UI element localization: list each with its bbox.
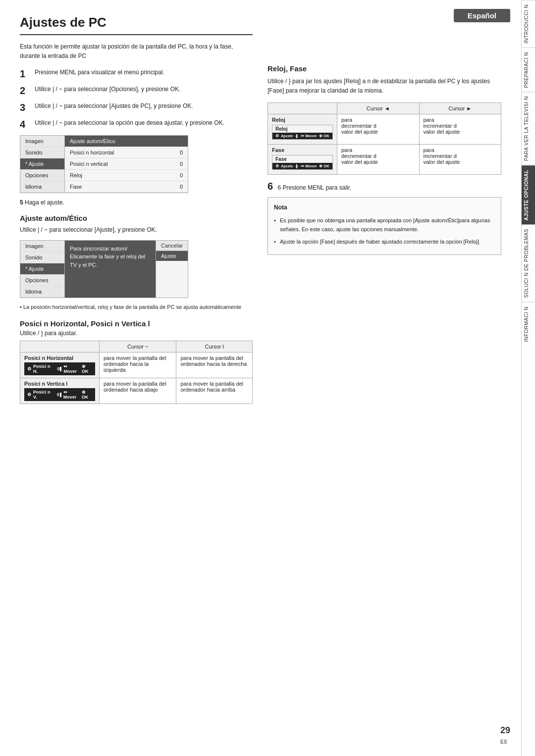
reloj-ok: ⊕ OK [319,134,329,138]
intro-text: Esta función le permite ajustar la posic… [20,42,253,61]
page-number: 29 ES [500,725,510,746]
step-4: 4 Utilice | / ~ para seleccionar la opci… [20,118,253,130]
reloj-mover: ⇔ Mover [301,134,317,138]
auto-menu-cancelar: Cancelar [156,241,188,251]
step-6-num: 6 [268,181,273,192]
tab-para-ver[interactable]: PARA VER LA TELEVISI N [522,92,535,165]
rf-cursor-right-header: Cursor ► [419,103,501,114]
menu-item-sonido: Sonido [20,147,64,158]
menu-item-idioma: Idioma [20,181,64,193]
nota-list: Es posible que no obtenga una pantalla a… [274,216,495,247]
fase-slider-box: Fase ⚙ Ajuste ⇔ Mover ⊕ OK [272,155,333,170]
auto-menu-ajuste: * Ajuste [20,263,64,275]
cursor-left-header: Cursor ~ [100,341,176,353]
tab-introduccion[interactable]: INTRODUCCI N [522,0,535,48]
fase-ok: ⊕ OK [319,164,329,168]
position-heading: Posici n Horizontal, Posici n Vertica l [20,319,253,328]
fase-box-title: Fase [272,155,332,163]
posH-label-cell: Posici n Horizontal ⚙ Posici n H. 0 ⇔ Mo… [20,353,100,378]
position-table: Cursor ~ Cursor l Posici n Horizontal ⚙ … [20,341,253,404]
auto-menu-ajustar: Ajuste [156,251,188,261]
menu-right-posV: Posici n vertical0 [65,158,188,170]
auto-bullet-note: • La posición horizontal/vertical, reloj… [20,303,253,312]
language-header: Español [454,9,510,22]
posV-right-text: para mover la pantalla del ordenador hac… [176,378,253,404]
step-5: 5 Haga el ajuste. [20,199,253,206]
reloj-fase-heading: Reloj, Fase [268,64,501,73]
posV-slider: ⚙ Posici n V. 0 ⇔ Mover ⊕ OK [24,388,95,401]
menu-item-imagen: Imagen [20,136,64,147]
col-left: Ajustes de PC Esta función le permite aj… [20,15,263,409]
step-1-text: Presione MENL para visualizar el menú pr… [35,68,253,77]
page-num-sub: ES [500,739,507,745]
auto-menu-sonido: Sonido [20,252,64,263]
posH-value: 0 [57,366,59,371]
fase-right-text: paraincrementar dvalor del ajuste [419,145,501,175]
fase-thumb [296,164,297,168]
step-2-num: 2 [20,85,31,97]
posH-slider-ok: ⊕ OK [82,364,92,374]
tab-preparacion[interactable]: PREPARACI N [522,48,535,92]
posH-slider-icon: ⚙ [27,366,31,371]
tab-informacion[interactable]: INFORMACI N [522,302,535,346]
posH-thumb [60,367,61,371]
menu-item-opciones: Opciones [20,170,64,181]
step-6: 6 6 Presione MENL para salir. [268,181,501,192]
reloj-slider-box: Reloj ⚙ Ajuste ⇔ Mover ⊕ OK [272,125,333,140]
page-num-value: 29 [500,725,510,735]
two-col-layout: Ajustes de PC Esta función le permite aj… [20,15,501,409]
reloj-icon: ⚙ [275,134,279,138]
menu-right-posH: Posici n horizontal0 [65,147,188,158]
step-3-num: 3 [20,101,31,113]
posV-left-text: para mover la pantalla del ordenador hac… [100,378,176,404]
reloj-left-text: paradecrementar dvalor del ajuste [337,114,420,145]
col-right: Reloj, Fase Utilice / } para jar los aju… [263,15,501,409]
reloj-box-title: Reloj [272,125,332,133]
posV-thumb [60,393,61,397]
cursor-right-header: Cursor l [176,341,253,353]
nota-title: Nota [274,202,495,212]
reloj-thumb [296,134,297,138]
fase-label-cell: Fase Fase ⚙ Ajuste ⇔ Mover [268,145,337,175]
menu-screenshot: Imagen Sonido * Ajuste Opciones Idioma A… [20,135,188,193]
posV-slider-ok: ⊕ OK [82,390,92,400]
posH-slider: ⚙ Posici n H. 0 ⇔ Mover ⊕ OK [24,362,95,375]
nota-item-1: Es posible que no obtenga una pantalla a… [274,216,495,234]
reloj-fase-text: Utilice / } para jar los ajustes [Reloj]… [268,77,501,96]
auto-menu-opciones: Opciones [20,275,64,286]
tab-ajuste-opcional[interactable]: AJUSTE OPCIONAL [522,165,535,225]
posH-slider-label: Posici n H. [33,364,53,374]
step-1-num: 1 [20,68,31,80]
step-3: 3 Utilice | / ~ para seleccionar [Ajuste… [20,101,253,113]
tab-solucion[interactable]: SOLUCI N DE PROBLEMAS [522,224,535,302]
menu-left: Imagen Sonido * Ajuste Opciones Idioma [20,136,65,193]
reloj-fase-table: Cursor ◄ Cursor ► Reloj Reloj ⚙ [268,102,501,175]
nota-item-2: Ajuste la opción [Fase] después de haber… [274,237,495,247]
fase-icon: ⚙ [275,164,279,168]
posV-label-cell: Posici n Vertica l ⚙ Posici n V. 0 ⇔ Mov… [20,378,100,404]
reloj-label-cell: Reloj Reloj ⚙ Ajuste ⇔ Mover [268,114,337,145]
posH-slider-move: ⇔ Mover [63,364,80,374]
menu-right: Ajuste autom/Ético Posici n horizontal0 … [65,136,188,193]
fase-adjust-label: Ajuste [281,164,293,168]
auto-section-sub: Utilice | / ~ para seleccionar [Ajuste],… [20,225,253,235]
reloj-label: Reloj [272,117,333,123]
auto-menu-description: Para sincronizar autom/Éticamente la fas… [65,241,156,298]
step-3-text: Utilice | / ~ para seleccionar [Ajustes … [35,101,253,111]
menu-right-reloj: Reloj0 [65,170,188,181]
auto-menu-left: Imagen Sonido * Ajuste Opciones Idioma [20,241,65,298]
auto-section-heading: Ajuste autom/Ético [20,214,253,222]
reloj-track [295,136,299,137]
position-sub: Utilice / } para ajustar. [20,330,253,337]
tab-bar: INTRODUCCI N PREPARACI N PARA VER LA TEL… [521,0,535,756]
auto-menu-idioma: Idioma [20,286,64,298]
menu-right-auto: Ajuste autom/Ético [65,136,188,147]
main-content: Ajustes de PC Esta función le permite aj… [0,0,521,424]
reloj-right-text: paraincrementar dvalor del ajuste [419,114,501,145]
fase-box-slider: ⚙ Ajuste ⇔ Mover ⊕ OK [272,163,332,169]
posV-slider-label: Posici n V. [33,390,53,400]
posH-right-text: para mover la pantalla del ordenador hac… [176,353,253,378]
fase-mover: ⇔ Mover [301,164,317,168]
step-2: 2 Utilice | / ~ para seleccionar [Opcion… [20,85,253,97]
posH-left-text: para mover la pantalla del ordenador hac… [100,353,176,378]
